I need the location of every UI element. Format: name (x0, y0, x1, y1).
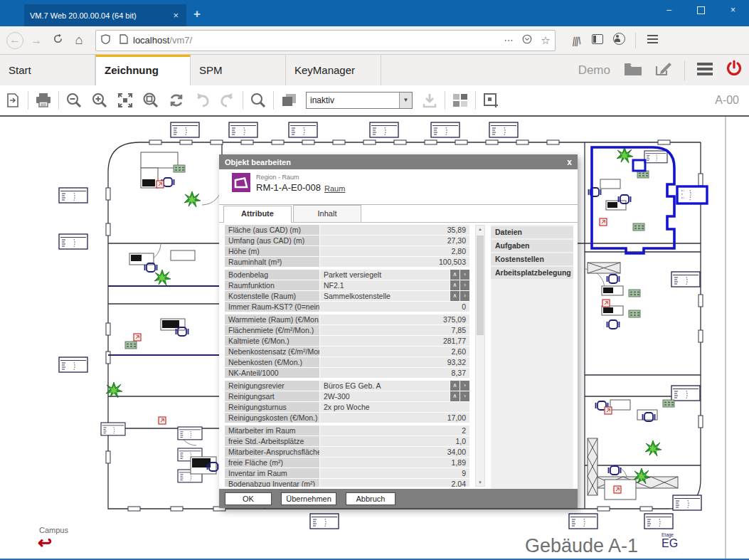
shield-icon[interactable] (96, 34, 115, 46)
attribute-row: Reinigungsart2W-300∧› (225, 391, 469, 401)
scroll-up-icon[interactable]: ▲ (476, 227, 484, 231)
side-button-dateien[interactable]: Dateien (491, 226, 573, 238)
attribute-value[interactable]: 17,00 (320, 413, 469, 423)
tab-close-icon[interactable]: × (171, 10, 181, 21)
chevron-down-icon[interactable]: ▼ (399, 93, 412, 108)
bookmark-star-icon[interactable]: ☆ (536, 34, 555, 47)
attribute-up-button[interactable]: ∧ (450, 280, 460, 290)
attribute-value[interactable]: 2,80 (320, 246, 469, 256)
new-tab-icon[interactable]: + (193, 7, 201, 21)
open-drawing-icon[interactable] (0, 90, 26, 111)
scroll-down-icon[interactable]: ▼ (476, 480, 484, 485)
attribute-value[interactable]: Büros EG Geb. A (320, 381, 450, 391)
attribute-label: Warmmiete (Raum) (€/Mon.) (225, 315, 319, 324)
attribute-value[interactable]: 27,30 (320, 236, 469, 245)
print-icon[interactable] (31, 90, 56, 111)
attribute-value[interactable]: Sammelkostenstelle (320, 291, 450, 301)
add-region-icon[interactable] (478, 90, 504, 111)
bernehmen-button[interactable]: Übernehmen (281, 492, 336, 505)
attribute-next-button[interactable]: › (460, 391, 469, 401)
attribute-value[interactable]: 2,60 (320, 347, 469, 356)
sidebar-icon[interactable] (587, 34, 608, 47)
back-icon[interactable]: ← (4, 32, 26, 49)
attribute-value[interactable]: 2,04 (320, 479, 469, 487)
attribute-label: Fläche (aus CAD) (m) (225, 225, 319, 235)
account-icon[interactable] (608, 33, 630, 48)
browser-tab[interactable]: VM.7 Web 20.00.00.04 (64 bit) × (24, 4, 186, 26)
dialog-close-icon[interactable]: x (567, 157, 572, 167)
menu-icon[interactable] (642, 33, 663, 48)
app-menu-icon[interactable] (697, 60, 713, 80)
attribute-up-button[interactable]: ∧ (450, 291, 460, 301)
attribute-value[interactable]: 1,89 (320, 458, 469, 467)
side-button-kostenstellen[interactable]: Kostenstellen (491, 253, 573, 265)
side-button-arbeitsplatzbelegung[interactable]: Arbeitsplatzbelegung (491, 267, 573, 279)
attribute-value[interactable]: 2 (320, 426, 469, 435)
dialog-titlebar[interactable]: Objekt bearbeiten x (219, 154, 578, 169)
floor-indicator[interactable]: Etage EG (662, 532, 678, 550)
attribute-row: Mitarbeiter-Anspruchsfläche (m²)34,00 (225, 447, 469, 457)
dialog-tab-inhalt[interactable]: Inhalt (293, 205, 361, 222)
attribute-value[interactable]: 2W-300 (320, 391, 450, 401)
attribute-next-button[interactable]: › (460, 280, 469, 290)
tiles-view-icon[interactable] (447, 90, 473, 111)
attribute-label: Immer Raum-KST? (0=nein, 1=ja) (225, 302, 319, 312)
attribute-value[interactable]: 1,0 (320, 436, 469, 446)
edit-drawing-icon[interactable] (655, 62, 672, 79)
zoom-fit-icon[interactable] (112, 90, 138, 111)
search-icon[interactable] (245, 90, 271, 111)
logout-power-icon[interactable] (726, 60, 743, 80)
ok-button[interactable]: OK (225, 492, 272, 505)
tab-keymanager[interactable]: KeyManager (286, 55, 381, 85)
url-bar[interactable]: localhost/vm7/ ⋯ ☆ (95, 30, 556, 51)
attribute-value[interactable]: 0 (320, 302, 469, 312)
attribute-next-button[interactable]: › (460, 381, 469, 391)
layers-icon[interactable] (276, 90, 302, 111)
attribute-value[interactable]: 35,89 (320, 225, 469, 235)
attribute-up-button[interactable]: ∧ (450, 391, 460, 401)
tab-start[interactable]: Start (0, 55, 95, 85)
scrollbar-thumb[interactable] (477, 236, 484, 335)
library-icon[interactable]: |||\ (565, 34, 587, 47)
window-maximize-icon[interactable] (685, 0, 717, 21)
floor-plan-canvas[interactable]: Campus ↩ Gebäude A-1 Etage EG Objekt bea… (0, 115, 749, 560)
zoom-window-icon[interactable] (138, 90, 164, 111)
zoom-out-icon[interactable] (61, 90, 87, 111)
attribute-value[interactable]: 9 (320, 468, 469, 478)
attribute-next-button[interactable]: › (460, 270, 469, 280)
object-type-label: Region - Raum (256, 174, 299, 181)
pocket-icon[interactable] (518, 34, 536, 46)
window-close-icon[interactable]: × (717, 0, 749, 21)
tab-spm[interactable]: SPM (191, 55, 286, 85)
attribute-value[interactable]: 93,32 (320, 357, 469, 367)
refresh-icon[interactable] (164, 90, 189, 111)
attribute-up-button[interactable]: ∧ (450, 270, 460, 280)
open-project-folder-icon[interactable] (624, 62, 642, 79)
attribute-value[interactable]: 2x pro Woche (320, 402, 469, 412)
reload-icon[interactable] (47, 33, 68, 47)
attribute-value[interactable]: 8,37 (320, 368, 469, 378)
dialog-tab-attribute[interactable]: Attribute (223, 206, 292, 223)
page-actions-icon[interactable]: ⋯ (499, 35, 518, 46)
navigate-up-arrow-icon[interactable]: ↩ (38, 533, 52, 553)
zoom-in-icon[interactable] (87, 90, 112, 111)
attribute-value[interactable]: 7,85 (320, 325, 469, 335)
side-button-aufgaben[interactable]: Aufgaben (491, 240, 573, 252)
attribute-value[interactable]: 100,503 (320, 257, 469, 267)
attribute-up-button[interactable]: ∧ (450, 381, 460, 391)
attribute-value[interactable]: 281,77 (320, 336, 469, 346)
object-link[interactable]: Raum (324, 184, 345, 193)
attribute-value[interactable]: 375,09 (320, 315, 469, 324)
home-icon[interactable]: ⌂ (68, 33, 90, 48)
abbruch-button[interactable]: Abbruch (346, 492, 395, 505)
layer-select[interactable]: inaktiv ▼ (306, 92, 413, 109)
url-text[interactable]: localhost/vm7/ (133, 35, 499, 46)
tab-zeichnung[interactable]: Zeichnung (95, 55, 191, 85)
attribute-scrollbar[interactable]: ▲ ▼ (475, 225, 485, 487)
attribute-next-button[interactable]: › (460, 291, 469, 301)
attribute-value[interactable]: NF2.1 (320, 280, 450, 290)
attribute-value[interactable]: 34,00 (320, 447, 469, 457)
attribute-value[interactable]: Parkett versiegelt (320, 270, 450, 280)
window-minimize-icon[interactable]: – (653, 0, 685, 21)
forward-icon[interactable]: → (26, 34, 47, 47)
